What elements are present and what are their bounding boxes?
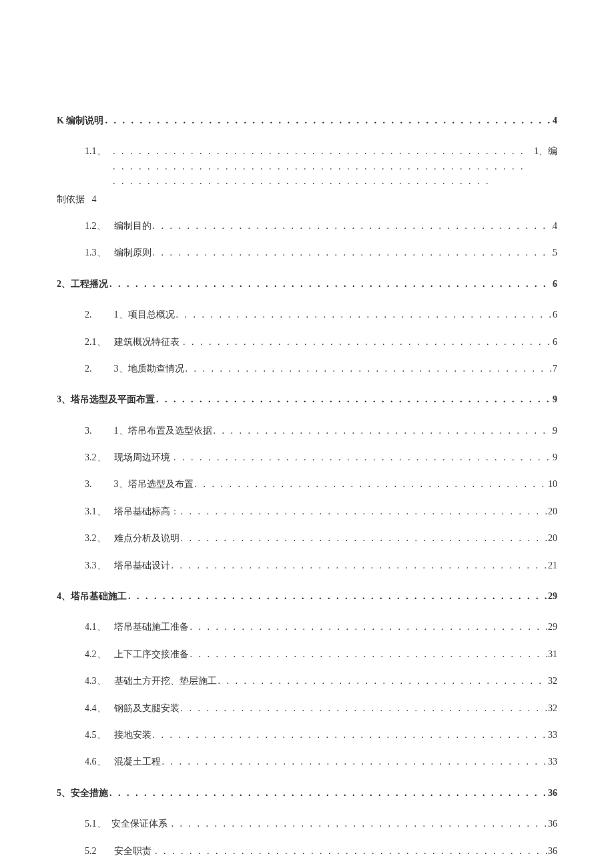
toc-dots — [155, 392, 553, 407]
toc-label: 混凝土工程 — [114, 755, 161, 769]
toc-page: 33 — [548, 728, 557, 743]
toc-dots — [212, 424, 553, 438]
toc-sub-3-2b[interactable]: 3.2、 难点分析及说明 20 — [57, 531, 557, 546]
toc-sub-4-1[interactable]: 4.1、 塔吊基础施工准备 29 — [57, 620, 557, 634]
toc-page: 36 — [548, 786, 557, 801]
toc-dots — [180, 701, 549, 716]
toc-label: 接地安装 — [114, 728, 151, 743]
toc-label: K 编制说明 — [57, 113, 103, 128]
toc-label: 3、地质勘查情况 — [114, 362, 184, 376]
toc-num: 5.2 — [85, 844, 111, 859]
toc-page: 6 — [553, 335, 557, 350]
toc-page: 6 — [553, 308, 557, 322]
toc-dots — [170, 817, 549, 831]
toc-label: 塔吊基础设计 — [114, 558, 170, 573]
toc-label: 2、工程播况 — [57, 277, 108, 292]
toc-num: 4.2、 — [85, 647, 111, 662]
toc-num: 2.1、 — [85, 335, 111, 350]
toc-sub-1-2[interactable]: 1.2、 编制目的 4 — [57, 219, 557, 234]
toc-page: 9 — [553, 424, 557, 438]
toc-label: 建筑概况特征表 — [114, 335, 180, 350]
toc-label: 3、塔吊选型及平面布置 — [57, 392, 155, 407]
toc-dots — [194, 477, 549, 492]
toc-sub-1-3[interactable]: 1.3、 编制原则 5 — [57, 246, 557, 260]
toc-num: 3.2、 — [85, 450, 111, 465]
toc-sub-2-3[interactable]: 2. 3、地质勘查情况 7 — [57, 362, 557, 376]
toc-dots — [151, 728, 549, 743]
toc-label: 安全职责 — [114, 844, 151, 859]
toc-page: 29 — [548, 589, 557, 604]
toc-num: 3.3、 — [85, 558, 111, 573]
toc-page: 32 — [548, 674, 557, 689]
toc-sub-2-1[interactable]: 2. 1、项目总概况 6 — [57, 308, 557, 322]
toc-page: 33 — [548, 755, 557, 769]
toc-page: 4 — [553, 113, 557, 128]
toc-page: 20 — [548, 504, 557, 519]
toc-dots — [111, 144, 534, 189]
toc-page: 36 — [548, 844, 557, 859]
toc-page: 9 — [553, 392, 557, 407]
toc-dots — [180, 531, 549, 546]
toc-heading-5[interactable]: 5、安全措施 36 — [57, 786, 557, 801]
toc-label: 基础土方开挖、垫层施工 — [114, 674, 217, 689]
toc-page: 9 — [553, 450, 557, 465]
toc-dots — [103, 113, 553, 128]
toc-dots — [154, 844, 548, 859]
toc-num: 1.2、 — [85, 219, 111, 234]
toc-page: 21 — [548, 558, 557, 573]
toc-page: 5 — [553, 246, 557, 260]
toc-sub-5-2[interactable]: 5.2 安全职责 36 — [57, 844, 557, 859]
toc-sub-4-4[interactable]: 4.4、 钢筋及支腿安装 32 — [57, 701, 557, 716]
toc-sub-3-2[interactable]: 3.2、 现场周边环境 9 — [57, 450, 557, 465]
toc-num: 2. — [85, 308, 111, 322]
toc-label: 难点分析及说明 — [114, 531, 180, 546]
toc-page: 4 — [553, 219, 557, 234]
toc-sub-4-3[interactable]: 4.3、 基础土方开挖、垫层施工 32 — [57, 674, 557, 689]
toc-label: 现场周边环境 — [114, 450, 170, 465]
toc-sub-5-1[interactable]: 5.1、 安全保证体系 36 — [57, 817, 557, 831]
toc-label: 安全保证体系 — [111, 817, 168, 831]
toc-label: 5、安全措施 — [57, 786, 108, 801]
toc-dots — [182, 335, 553, 350]
toc-heading-3[interactable]: 3、塔吊选型及平面布置 9 — [57, 392, 557, 407]
toc-heading-1[interactable]: K 编制说明 4 — [57, 113, 557, 128]
toc-sub-4-2[interactable]: 4.2、 上下工序交接准备 31 — [57, 647, 557, 662]
toc-label: 塔吊基础施工准备 — [114, 620, 189, 634]
toc-page: 32 — [548, 701, 557, 716]
toc-sub-2-1b[interactable]: 2.1、 建筑概况特征表 6 — [57, 335, 557, 350]
toc-dots — [172, 450, 553, 465]
toc-label: 编制目的 — [114, 219, 151, 234]
toc-wrap-page: 4 — [92, 194, 97, 204]
toc-heading-4[interactable]: 4、塔吊基础施工 29 — [57, 589, 557, 604]
toc-num: 3.1、 — [85, 504, 111, 519]
toc-dots — [108, 277, 553, 292]
toc-dots — [189, 620, 549, 634]
toc-num: 2. — [85, 362, 111, 376]
toc-num: 5.1、 — [85, 817, 111, 831]
toc-num: 3.2、 — [85, 531, 111, 546]
toc-dots — [217, 674, 549, 689]
toc-sub-3-3b[interactable]: 3.3、 塔吊基础设计 21 — [57, 558, 557, 573]
toc-page: 31 — [548, 647, 557, 662]
toc-sub-4-5[interactable]: 4.5、 接地安装 33 — [57, 728, 557, 743]
toc-label: 上下工序交接准备 — [114, 647, 189, 662]
toc-heading-2[interactable]: 2、工程播况 6 — [57, 277, 557, 292]
toc-sub-3-1b[interactable]: 3.1、 塔吊基础标高： 20 — [57, 504, 557, 519]
toc-num: 3. — [85, 477, 111, 492]
toc-num: 4.5、 — [85, 728, 111, 743]
toc-num: 4.4、 — [85, 701, 111, 716]
toc-label: 3、塔吊选型及布置 — [114, 477, 194, 492]
toc-dots — [170, 558, 549, 573]
toc-page: 10 — [548, 477, 557, 492]
toc-page: 36 — [548, 817, 557, 831]
toc-sub-3-3[interactable]: 3. 3、塔吊选型及布置 10 — [57, 477, 557, 492]
table-of-contents: K 编制说明 4 1.1、 1、编 制依据 4 1.2、 编制目的 4 1.3、… — [57, 113, 557, 868]
toc-sub-4-6[interactable]: 4.6、 混凝土工程 33 — [57, 755, 557, 769]
toc-num: 4.1、 — [85, 620, 111, 634]
toc-dots — [184, 362, 553, 376]
toc-sub-3-1[interactable]: 3. 1、塔吊布置及选型依据 9 — [57, 424, 557, 438]
toc-label: 4、塔吊基础施工 — [57, 589, 127, 604]
toc-sub-1-1[interactable]: 1.1、 1、编 制依据 4 — [57, 144, 557, 207]
toc-page: 20 — [548, 531, 557, 546]
toc-page: 29 — [548, 620, 557, 634]
